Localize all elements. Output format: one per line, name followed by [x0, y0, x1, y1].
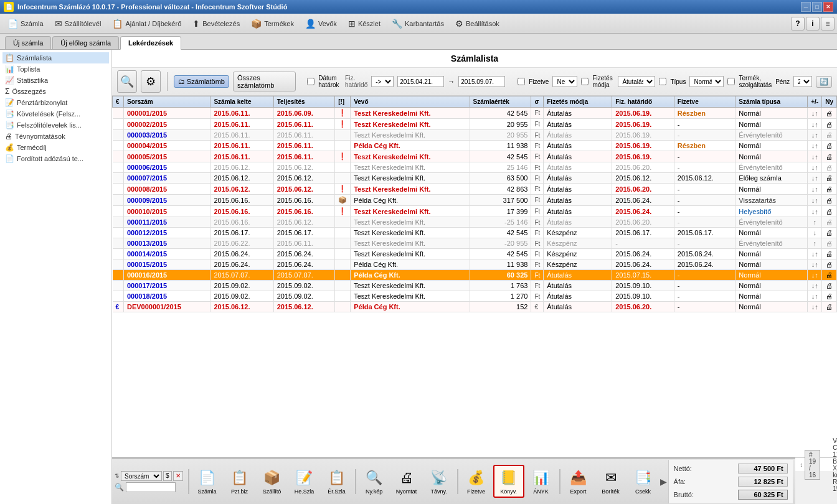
col-ny[interactable]: Ny: [822, 96, 837, 108]
bottom-btn-pztbiz[interactable]: 📋 Pzt.biz: [224, 465, 255, 497]
col-pm-cell[interactable]: ↓↑: [808, 151, 822, 162]
col-fizetes-modja[interactable]: Fizetés módja: [544, 96, 612, 108]
col-pm-cell[interactable]: ↓↑: [808, 162, 822, 173]
tab-uj-szamla[interactable]: Új számla: [5, 36, 51, 49]
sidebar-item-penztarbizonylat[interactable]: 📝 Pénztárbizonylat: [2, 97, 109, 108]
search-input-bottom[interactable]: [126, 482, 176, 492]
fizetve-checkbox[interactable]: [518, 78, 525, 85]
menu-beallitasok[interactable]: ⚙ Beállítások: [450, 17, 504, 30]
penz-select[interactable]: 22: [793, 76, 812, 87]
menu-vevok[interactable]: 👤 Vevők: [300, 17, 342, 30]
bottom-btn-nykep[interactable]: 🔍 Ny.kép: [359, 465, 390, 497]
col-ny-cell[interactable]: 🖨: [822, 151, 837, 162]
col-pm-cell[interactable]: ↓↑: [808, 173, 822, 184]
fizetve-select[interactable]: Nem: [552, 76, 577, 87]
table-row[interactable]: 000004/20152015.06.11.2015.06.11.Példa C…: [113, 141, 837, 151]
table-row[interactable]: 000012/20152015.06.17.2015.06.17.Teszt K…: [113, 228, 837, 238]
col-sigma[interactable]: σ: [531, 96, 544, 108]
table-row[interactable]: €DEV000001/20152015.06.12.2015.06.12.Pél…: [113, 302, 837, 312]
bottom-btn-konyv[interactable]: 📒 Könyv.: [493, 465, 524, 498]
col-ny-cell[interactable]: 🖨: [822, 184, 837, 195]
table-row[interactable]: 000001/20152015.06.11.2015.06.09.❗Teszt …: [113, 108, 837, 119]
col-ny-cell[interactable]: 🖨: [822, 270, 837, 281]
tipus-checkbox[interactable]: [659, 78, 666, 85]
menu-keszlet[interactable]: ⊞ Készlet: [343, 17, 385, 30]
menu-szamla[interactable]: 📄 Számla: [2, 17, 49, 30]
tipus-select[interactable]: Normál: [689, 76, 724, 87]
fizetes-modja-checkbox[interactable]: [581, 78, 589, 85]
termek-checkbox[interactable]: [727, 78, 735, 85]
col-warn[interactable]: [!]: [335, 96, 351, 108]
col-vevo[interactable]: Vevő: [351, 96, 470, 108]
close-button[interactable]: ✕: [823, 2, 833, 12]
sidebar-item-szamlalista[interactable]: 📋 Számlalista: [2, 52, 109, 63]
col-ny-cell[interactable]: 🖨: [822, 173, 837, 184]
bottom-btn-erszla[interactable]: 📋 Ér.Szla: [321, 465, 352, 497]
col-ny-cell[interactable]: 🖨: [822, 249, 837, 259]
settings-button[interactable]: ⚙: [141, 70, 161, 93]
col-fizetve[interactable]: Fizetve: [674, 96, 735, 108]
col-teljesites[interactable]: Teljesítés: [273, 96, 335, 108]
menu-szallitolevel[interactable]: ✉ Szállítólevél: [50, 17, 106, 30]
col-pm[interactable]: +/-: [808, 96, 822, 108]
col-pm-cell[interactable]: ↓↑: [808, 108, 822, 119]
table-row[interactable]: 000009/20152015.06.16.2015.06.16.📦Példa …: [113, 195, 837, 206]
scroll-right-arrow[interactable]: ▶: [660, 477, 667, 487]
bottom-btn-tavny[interactable]: 📡 Távny.: [423, 465, 455, 497]
col-ny-cell[interactable]: 🖨: [822, 162, 837, 173]
col-ny-cell[interactable]: 🖨: [822, 238, 837, 249]
col-ny-cell[interactable]: 🖨: [822, 228, 837, 238]
minimize-button[interactable]: ─: [801, 2, 811, 12]
table-row[interactable]: 000011/20152015.06.16.2015.06.12.Teszt K…: [113, 217, 837, 228]
table-row[interactable]: 000014/20152015.06.24.2015.06.24.Teszt K…: [113, 249, 837, 259]
col-ny-cell[interactable]: 🖨: [822, 291, 837, 302]
clear-button[interactable]: ✕: [173, 471, 183, 481]
table-row[interactable]: 000008/20152015.06.12.2015.06.12.❗Teszt …: [113, 184, 837, 195]
menu-termekek[interactable]: 📦 Termékek: [246, 17, 299, 30]
col-pm-cell[interactable]: ↓↑: [808, 281, 822, 291]
bottom-btn-fizetve[interactable]: 💰 Fizetve: [461, 465, 492, 497]
menu-ajanlat[interactable]: 📋 Ajánlat / Díjbekérő: [107, 17, 186, 30]
col-pm-cell[interactable]: ↓↑: [808, 141, 822, 151]
sidebar-item-osszegzes[interactable]: Σ Összegzés: [2, 86, 109, 97]
table-row[interactable]: 000007/20152015.06.12.2015.06.12.Teszt K…: [113, 173, 837, 184]
table-row[interactable]: 000013/20152015.06.22.2015.06.11.Teszt K…: [113, 238, 837, 249]
szamlatomb-button[interactable]: 🗂 Számlatömb: [174, 75, 229, 88]
tab-lekerdezesek[interactable]: Lekérdezések: [120, 36, 181, 50]
datum-hatarok-checkbox[interactable]: [307, 78, 314, 85]
col-pm-cell[interactable]: ↓↑: [808, 249, 822, 259]
col-ny-cell[interactable]: 🖨: [822, 141, 837, 151]
col-pm-cell[interactable]: ↓↑: [808, 206, 822, 217]
col-pm-cell[interactable]: ↓↑: [808, 119, 822, 130]
col-pm-cell[interactable]: ↑: [808, 238, 822, 249]
restore-button[interactable]: □: [812, 2, 822, 12]
bottom-btn-nyomtat[interactable]: 🖨 Nyomtat: [391, 465, 422, 497]
col-ny-cell[interactable]: 🖨: [822, 206, 837, 217]
col-ny-cell[interactable]: 🖨: [822, 119, 837, 130]
sidebar-item-termekdij[interactable]: 💰 Termécdíj: [2, 142, 109, 153]
col-pm-cell[interactable]: ↓↑: [808, 184, 822, 195]
date-from-input[interactable]: [397, 76, 444, 87]
table-row[interactable]: 000006/20152015.06.12.2015.06.12.Teszt K…: [113, 162, 837, 173]
sidebar-item-tevnyomtatasok[interactable]: 🖨 Tévnyomtatások: [2, 131, 109, 142]
info-button[interactable]: i: [806, 17, 820, 30]
col-ny-cell[interactable]: 🖨: [822, 302, 837, 312]
menu-karbantartas[interactable]: 🔧 Karbantartás: [387, 17, 449, 30]
sort-select[interactable]: Sorszám Kelte Teljesítés Vevő: [121, 471, 162, 481]
sidebar-item-toplista[interactable]: 📊 Toplista: [2, 63, 109, 75]
help-button[interactable]: ?: [791, 17, 805, 30]
col-ny-cell[interactable]: 🖨: [822, 281, 837, 291]
search-button[interactable]: 🔍: [117, 70, 137, 93]
col-currency[interactable]: €: [113, 96, 124, 108]
col-hatarido[interactable]: Fiz. határidő: [612, 96, 674, 108]
sidebar-item-felszolitolevelek[interactable]: 📑 Felszólítólevelek lis...: [2, 119, 109, 131]
date-direction-select[interactable]: ->: [371, 76, 394, 87]
col-pm-cell[interactable]: ↓↑: [808, 302, 822, 312]
table-row[interactable]: 000002/20152015.06.11.2015.06.11.❗Teszt …: [113, 119, 837, 130]
col-kelte[interactable]: Számla kelte: [210, 96, 273, 108]
fizetes-modja-select[interactable]: Átutalás: [618, 76, 655, 87]
col-ny-cell[interactable]: 🖨: [822, 108, 837, 119]
bottom-btn-boritek[interactable]: ✉ Boríték: [595, 465, 627, 497]
date-to-input[interactable]: [458, 76, 505, 87]
refresh-button[interactable]: 🔄: [816, 76, 832, 88]
